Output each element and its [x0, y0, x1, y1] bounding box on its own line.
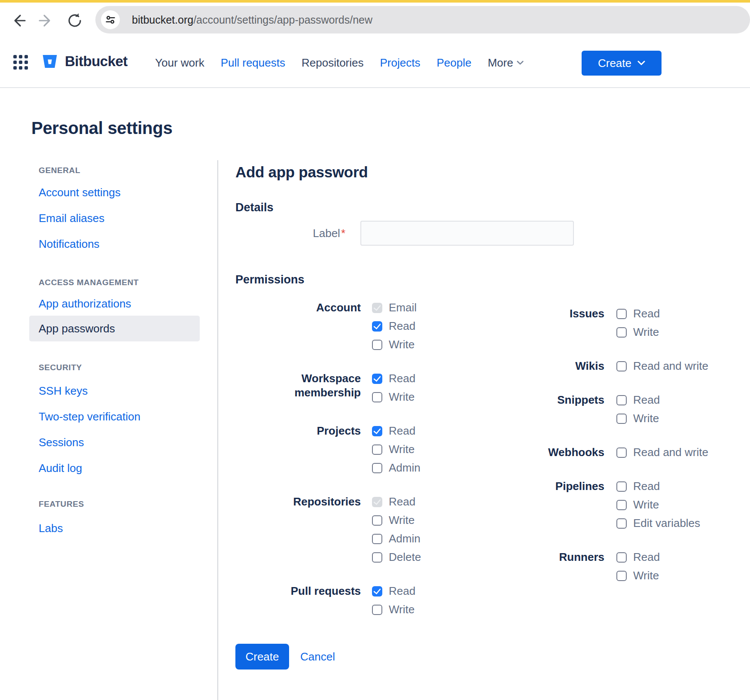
permission-option-snippets-write: Write [616, 409, 708, 428]
checkbox-unchecked[interactable] [616, 447, 627, 458]
checkbox-unchecked[interactable] [372, 515, 382, 526]
vertical-divider [217, 160, 218, 700]
checkbox-unchecked[interactable] [372, 534, 382, 544]
checkbox-unchecked[interactable] [372, 552, 382, 563]
permission-option-issues-read: Read [616, 304, 708, 323]
permission-option-workspace-membership-read: Read [372, 369, 467, 388]
permission-group-projects: ProjectsReadWriteAdmin [235, 422, 467, 477]
permission-option-wikis-read-and-write: Read and write [616, 357, 708, 375]
site-settings-icon[interactable] [101, 10, 120, 29]
nav-link-people[interactable]: People [436, 56, 471, 70]
sidebar-item-labs[interactable]: Labs [29, 522, 200, 535]
permission-options: ReadWriteAdmin [372, 422, 467, 477]
checkbox-label: Write [633, 498, 659, 511]
checkbox-label: Read [389, 320, 415, 333]
checkbox-unchecked[interactable] [372, 605, 382, 615]
permission-option-pipelines-read: Read [616, 477, 708, 496]
checkbox-unchecked[interactable] [616, 361, 627, 371]
checkbox-unchecked[interactable] [372, 340, 382, 350]
checkbox-unchecked[interactable] [616, 552, 627, 563]
reload-icon[interactable] [66, 12, 83, 29]
permission-group-label: Repositories [235, 493, 361, 509]
permission-options: Read and write [616, 443, 708, 462]
bitbucket-bucket-icon [41, 52, 59, 70]
sidebar-section-general: GENERAL [29, 166, 200, 175]
permission-option-projects-read: Read [372, 422, 467, 440]
app-switcher-icon[interactable] [13, 55, 30, 71]
sidebar-item-two-step-verification[interactable]: Two-step verification [29, 410, 200, 423]
permission-options: Read and write [616, 357, 708, 375]
permission-group-label: Pull requests [235, 582, 361, 598]
label-input[interactable] [360, 221, 574, 246]
nav-link-your-work[interactable]: Your work [155, 56, 204, 70]
permission-group-wikis: WikisRead and write [467, 357, 708, 375]
checkbox-unchecked[interactable] [616, 518, 627, 529]
checkbox-label: Read [633, 393, 660, 407]
sidebar-section-features: FEATURES [29, 499, 200, 509]
permission-option-projects-admin: Admin [372, 459, 467, 477]
nav-link-pull-requests[interactable]: Pull requests [221, 56, 285, 70]
sidebar-item-notifications[interactable]: Notifications [29, 237, 200, 250]
sidebar-item-sessions[interactable]: Sessions [29, 436, 200, 449]
checkbox-label: Read and write [633, 359, 708, 373]
settings-sidebar: GENERALAccount settingsEmail aliasesNoti… [29, 166, 200, 535]
checkbox-label: Admin [389, 461, 421, 475]
bitbucket-logo[interactable]: Bitbucket [41, 52, 128, 70]
permission-group-pull-requests: Pull requestsReadWrite [235, 582, 467, 619]
nav-link-projects[interactable]: Projects [380, 56, 420, 70]
checkbox-checked[interactable] [372, 426, 382, 436]
permission-options: ReadWriteEdit variables [616, 477, 708, 533]
checkbox-unchecked[interactable] [372, 392, 382, 402]
permission-group-snippets: SnippetsReadWrite [467, 391, 708, 428]
permission-group-label: Projects [235, 422, 361, 438]
checkbox-unchecked[interactable] [372, 444, 382, 455]
permission-option-repositories-delete: Delete [372, 548, 467, 566]
permission-group-label: Pipelines [467, 477, 604, 493]
checkbox-unchecked[interactable] [616, 327, 627, 338]
sidebar-item-email-aliases[interactable]: Email aliases [29, 212, 200, 225]
nav-link-repositories[interactable]: Repositories [302, 56, 364, 70]
checkbox-checked[interactable] [372, 321, 382, 332]
checkbox-unchecked[interactable] [616, 571, 627, 581]
permissions-columns: AccountEmailReadWriteWorkspace membershi… [235, 298, 669, 634]
sidebar-item-app-authorizations[interactable]: App authorizations [29, 297, 200, 310]
permission-options: ReadWrite [372, 582, 467, 619]
cancel-link[interactable]: Cancel [300, 650, 335, 663]
forward-icon[interactable] [38, 12, 55, 29]
url-text: bitbucket.org/account/settings/app-passw… [132, 6, 372, 33]
page-title: Personal settings [31, 119, 172, 138]
label-field-caption: Label* [235, 227, 345, 240]
chevron-down-icon [517, 61, 524, 65]
permission-group-label: Account [235, 298, 361, 315]
nav-links: Your workPull requestsRepositoriesProjec… [155, 38, 524, 88]
sidebar-item-app-passwords[interactable]: App passwords [29, 316, 200, 341]
checkbox-checked[interactable] [372, 586, 382, 597]
create-button[interactable]: Create [235, 644, 289, 670]
checkbox-unchecked[interactable] [616, 414, 627, 424]
checkbox-label: Write [389, 338, 415, 351]
main-content: Add app password Details Label* Permissi… [235, 164, 669, 670]
permissions-heading: Permissions [235, 273, 669, 287]
permission-group-label: Snippets [467, 391, 604, 407]
url-bar[interactable]: bitbucket.org/account/settings/app-passw… [95, 6, 750, 33]
sidebar-item-account-settings[interactable]: Account settings [29, 186, 200, 199]
checkbox-label: Read and write [633, 446, 708, 459]
checkbox-unchecked[interactable] [372, 463, 382, 473]
checkbox-unchecked[interactable] [616, 309, 627, 319]
checkbox-unchecked[interactable] [616, 500, 627, 510]
nav-link-more[interactable]: More [488, 56, 523, 70]
permission-group-issues: IssuesReadWrite [467, 304, 708, 341]
checkbox-unchecked[interactable] [616, 481, 627, 492]
permission-options: EmailReadWrite [372, 298, 467, 354]
permission-group-label: Issues [467, 304, 604, 321]
back-icon[interactable] [9, 12, 27, 29]
permission-group-label: Wikis [467, 357, 604, 373]
checkbox-label: Email [389, 301, 417, 314]
sidebar-item-audit-log[interactable]: Audit log [29, 462, 200, 475]
checkbox-label: Write [633, 412, 659, 425]
nav-create-button[interactable]: Create [582, 51, 662, 76]
sidebar-item-ssh-keys[interactable]: SSH keys [29, 384, 200, 397]
checkbox-unchecked[interactable] [616, 395, 627, 405]
url-domain: bitbucket.org [132, 14, 193, 26]
checkbox-checked[interactable] [372, 374, 382, 384]
